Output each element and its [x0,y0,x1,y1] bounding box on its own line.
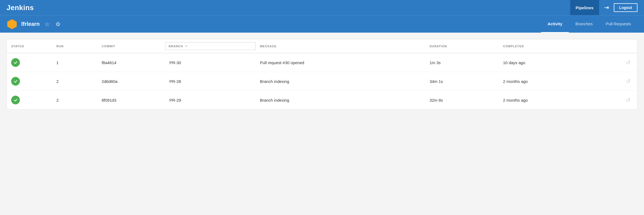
cell-commit: 2d6d80a [97,72,165,91]
col-header-commit: Commit [97,39,165,53]
tab-branches[interactable]: Branches [569,15,599,33]
cell-status [7,91,52,110]
tab-activity[interactable]: Activity [541,15,569,33]
app-title: Jenkins [7,4,34,12]
nav-arrow-icon-button[interactable]: ⇥ [601,3,612,12]
cell-completed: 2 months ago [499,72,600,91]
cell-run: 2 [52,91,97,110]
branch-filter-button[interactable]: Branch ≡ [165,42,255,50]
cell-status [7,72,52,91]
sub-header-left: lfrlearn ☆ ⚙ [7,19,62,30]
cell-actions: ↺ [600,72,637,91]
tab-pull-requests[interactable]: Pull Requests [599,15,637,33]
replay-icon: ↺ [626,97,631,103]
col-header-run: Run [52,39,97,53]
check-icon [13,98,18,102]
cell-run: 1 [52,53,97,72]
cell-message: Pull request #30 opened [256,53,425,72]
project-icon [7,19,17,30]
cell-message: Branch indexing [256,72,425,91]
cell-completed: 2 months ago [499,91,600,110]
top-nav: Jenkins Pipelines ⇥ Logout [0,0,644,15]
cell-branch: PR-30 [165,53,255,72]
table-header: Status Run Commit Branch ≡ [7,39,637,53]
status-success-icon [11,77,20,86]
svg-marker-0 [7,19,17,29]
top-nav-right: Pipelines ⇥ Logout [570,0,637,15]
settings-button[interactable]: ⚙ [54,20,62,28]
col-header-completed: Completed [499,39,600,53]
cell-branch: PR-29 [165,91,255,110]
replay-button[interactable]: ↺ [624,58,633,67]
activity-table-container: Status Run Commit Branch ≡ [7,39,637,110]
project-name: lfrlearn [21,21,40,27]
cell-duration: 32m 8s [425,91,499,110]
status-success-icon [11,58,20,67]
replay-icon: ↺ [626,78,631,84]
col-header-actions [600,39,637,53]
logout-button[interactable]: Logout [614,3,637,12]
arrow-right-icon: ⇥ [604,4,609,11]
activity-table: Status Run Commit Branch ≡ [7,39,637,109]
star-icon: ☆ [45,21,50,27]
cell-commit: f8a4614 [97,53,165,72]
sub-header-nav: Activity Branches Pull Requests [541,15,637,33]
table-row: 1 f8a4614 PR-30 Pull request #30 opened … [7,53,637,72]
status-success-icon [11,96,20,104]
col-header-status: Status [7,39,52,53]
cell-message: Branch indexing [256,91,425,110]
filter-icon: ≡ [185,44,187,48]
cell-duration: 34m 1s [425,72,499,91]
replay-icon: ↺ [626,60,631,66]
replay-button[interactable]: ↺ [624,77,633,86]
check-icon [13,79,18,83]
replay-button[interactable]: ↺ [624,96,633,104]
cell-duration: 1m 3s [425,53,499,72]
star-button[interactable]: ☆ [44,20,51,28]
pipelines-button[interactable]: Pipelines [570,0,599,15]
cell-completed: 10 days ago [499,53,600,72]
top-nav-left: Jenkins [7,4,34,12]
cell-status [7,53,52,72]
col-header-branch: Branch ≡ [165,39,255,53]
gear-icon: ⚙ [56,21,60,27]
cell-run: 2 [52,72,97,91]
sub-header: lfrlearn ☆ ⚙ Activity Branches Pull Requ… [0,15,644,33]
cell-actions: ↺ [600,91,637,110]
table-body: 1 f8a4614 PR-30 Pull request #30 opened … [7,53,637,109]
col-header-duration: Duration [425,39,499,53]
table-row: 2 2d6d80a PR-28 Branch indexing 34m 1s 2… [7,72,637,91]
cell-actions: ↺ [600,53,637,72]
table-row: 2 8f091d3 PR-29 Branch indexing 32m 8s 2… [7,91,637,110]
cell-commit: 8f091d3 [97,91,165,110]
check-icon [13,60,18,65]
cell-branch: PR-28 [165,72,255,91]
main-content: Status Run Commit Branch ≡ [0,33,644,215]
col-header-message: Message [256,39,425,53]
